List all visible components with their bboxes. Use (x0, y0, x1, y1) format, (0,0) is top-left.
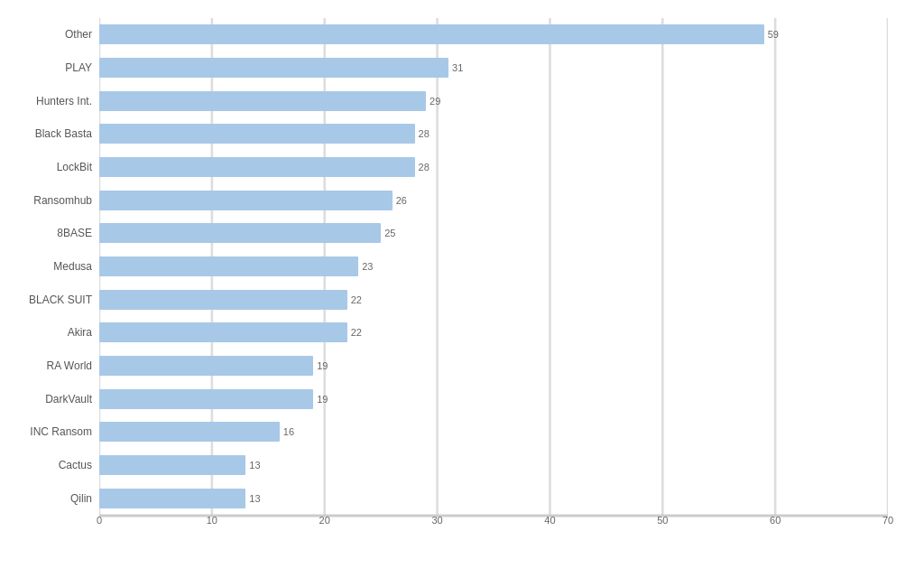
bar-label: RA World (2, 359, 92, 372)
bar-value-label: 13 (249, 493, 260, 504)
bar-row: Ransomhub26 (99, 183, 888, 217)
bar-track: 31 (99, 58, 888, 78)
bar-track: 29 (99, 91, 888, 111)
x-tick: 10 (207, 515, 217, 526)
bar-fill (99, 389, 313, 409)
bar-label: DarkVault (2, 393, 92, 406)
bar-value-label: 23 (362, 261, 373, 272)
x-tick: 0 (97, 515, 102, 526)
bar-row: DarkVault19 (99, 382, 888, 415)
bar-value-label: 28 (419, 128, 430, 139)
bar-value-label: 59 (768, 29, 779, 40)
bar-row: Qilin13 (99, 481, 888, 515)
bar-label: Other (2, 28, 92, 41)
x-tick: 40 (544, 515, 555, 526)
chart-container: Other59PLAY31Hunters Int.29Black Basta28… (0, 0, 924, 578)
bar-value-label: 19 (317, 360, 328, 371)
chart-area: Other59PLAY31Hunters Int.29Black Basta28… (99, 18, 888, 542)
bar-label: Qilin (2, 492, 92, 505)
bar-value-label: 31 (452, 62, 463, 73)
x-tick: 50 (657, 515, 668, 526)
bar-label: Ransomhub (2, 194, 92, 207)
bar-row: Other59 (99, 18, 888, 51)
bar-track: 28 (99, 124, 888, 144)
bar-track: 25 (99, 223, 888, 243)
bar-fill (99, 223, 381, 243)
bar-value-label: 25 (384, 228, 395, 238)
bar-fill (99, 191, 393, 210)
bar-label: 8BASE (2, 227, 92, 239)
bar-track: 23 (99, 256, 888, 276)
bar-track: 22 (99, 290, 888, 310)
bar-value-label: 26 (396, 195, 407, 206)
bar-fill (99, 322, 347, 342)
bar-label: Akira (2, 326, 92, 339)
bar-value-label: 22 (351, 294, 362, 305)
bar-track: 13 (99, 489, 888, 508)
bar-track: 22 (99, 322, 888, 342)
bar-label: Black Basta (2, 127, 92, 140)
bar-label: INC Ransom (2, 425, 92, 438)
bar-fill (99, 290, 347, 310)
bar-label: BLACK SUIT (2, 294, 92, 306)
bar-label: Medusa (2, 260, 92, 273)
bar-fill (99, 256, 358, 276)
bar-track: 19 (99, 389, 888, 409)
bar-track: 59 (99, 24, 888, 44)
bar-track: 28 (99, 157, 888, 177)
bar-track: 13 (99, 455, 888, 475)
bar-track: 26 (99, 191, 888, 210)
bar-row: Cactus13 (99, 449, 888, 482)
bar-label: Hunters Int. (2, 95, 92, 107)
bar-value-label: 13 (249, 460, 260, 471)
bar-row: PLAY31 (99, 51, 888, 85)
bar-fill (99, 422, 280, 442)
bar-value-label: 16 (283, 426, 294, 437)
x-tick: 20 (319, 515, 330, 526)
bar-row: INC Ransom16 (99, 415, 888, 449)
bar-row: 8BASE25 (99, 217, 888, 250)
bar-row: Hunters Int.29 (99, 84, 888, 117)
x-tick: 30 (431, 515, 442, 526)
bar-row: LockBit28 (99, 151, 888, 184)
bar-track: 19 (99, 356, 888, 376)
bars-wrapper: Other59PLAY31Hunters Int.29Black Basta28… (99, 18, 888, 515)
bar-label: LockBit (2, 161, 92, 173)
bar-row: Black Basta28 (99, 117, 888, 151)
bar-track: 16 (99, 422, 888, 442)
bar-fill (99, 58, 448, 78)
bar-row: RA World19 (99, 350, 888, 383)
bar-fill (99, 24, 764, 44)
bar-fill (99, 356, 313, 376)
x-axis: 010203040506070 (99, 515, 888, 542)
x-tick: 60 (770, 515, 781, 526)
bar-value-label: 22 (351, 327, 362, 338)
bar-fill (99, 157, 415, 177)
bar-fill (99, 91, 426, 111)
bar-fill (99, 455, 245, 475)
x-tick: 70 (882, 515, 893, 526)
bar-fill (99, 489, 245, 508)
bar-value-label: 28 (419, 162, 430, 172)
bar-fill (99, 124, 415, 144)
bar-row: Akira22 (99, 316, 888, 350)
bar-value-label: 19 (317, 394, 328, 405)
bar-row: BLACK SUIT22 (99, 283, 888, 316)
bar-label: Cactus (2, 459, 92, 471)
bar-label: PLAY (2, 61, 92, 74)
bar-value-label: 29 (430, 96, 440, 107)
bar-row: Medusa23 (99, 250, 888, 284)
